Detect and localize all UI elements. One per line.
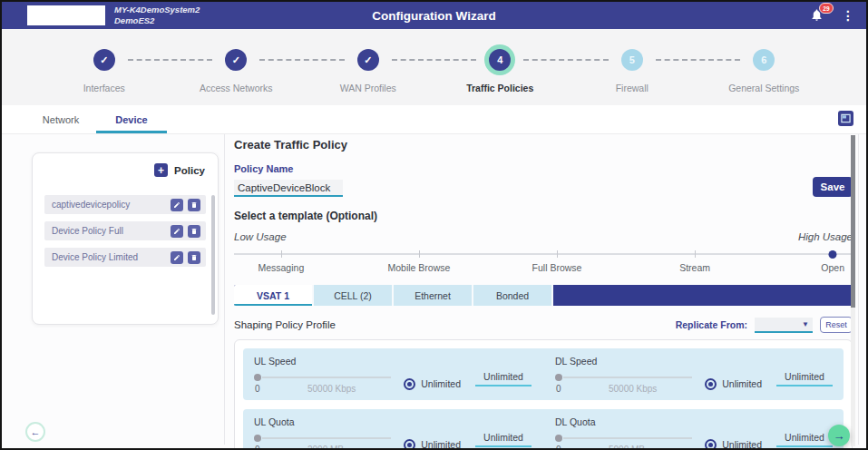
ul-quota-value-field[interactable]: Unlimited	[475, 432, 532, 447]
replicate-group: Replicate From: ▼ Reset	[676, 317, 853, 333]
delete-policy-button[interactable]	[188, 225, 200, 238]
check-icon: ✓	[100, 54, 108, 66]
notifications-button[interactable]: 29	[810, 8, 824, 23]
ul-speed-unlimited-radio[interactable]	[404, 378, 415, 390]
step-access-networks[interactable]: ✓ Access Networks	[171, 29, 303, 105]
save-button[interactable]: Save	[813, 177, 853, 197]
tab-network[interactable]: Network	[25, 105, 96, 133]
ul-speed-slider-knob[interactable]	[254, 374, 261, 381]
template-slider-track[interactable]	[234, 253, 853, 255]
dl-speed-unlimited-radio[interactable]	[705, 378, 717, 390]
step-label: WAN Profiles	[340, 83, 396, 93]
main-scrollbar-thumb[interactable]	[851, 135, 855, 308]
trash-icon	[190, 201, 198, 209]
dl-quota-section: DL Quota 0 5000 MB Unlimited Unlimited	[555, 416, 833, 450]
pencil-icon	[173, 228, 180, 235]
template-slider-handle[interactable]	[829, 250, 837, 259]
step-firewall[interactable]: 5 Firewall	[566, 29, 698, 105]
step-done-circle: ✓	[225, 49, 247, 71]
dl-speed-slider-track	[563, 377, 692, 378]
step-traffic-policies[interactable]: 4 Traffic Policies	[434, 29, 567, 105]
policy-row-device-policy-limited[interactable]: Device Policy Limited	[44, 248, 206, 267]
ul-quota-label: UL Quota	[254, 416, 532, 427]
delete-policy-button[interactable]	[188, 251, 200, 264]
template-option-open[interactable]: Open	[821, 262, 844, 273]
ul-speed-slider-track	[262, 377, 391, 378]
ul-quota-section: UL Quota 0 2000 MB Unlimited Unlimited	[254, 416, 532, 450]
step-interfaces[interactable]: ✓ Interfaces	[38, 29, 171, 105]
trash-icon	[190, 254, 198, 261]
dl-speed-max: 50000 Kbps	[609, 384, 657, 394]
edit-policy-button[interactable]	[171, 251, 183, 264]
pencil-icon	[173, 254, 180, 261]
policy-row-device-policy-full[interactable]: Device Policy Full	[44, 221, 206, 240]
check-icon: ✓	[232, 54, 240, 66]
dl-speed-section: DL Speed 0 50000 Kbps Unlimited Unlimite…	[555, 356, 833, 395]
policy-list-scrollbar[interactable]	[211, 195, 215, 315]
tab-vsat-1[interactable]: VSAT 1	[234, 285, 314, 306]
step-label: Access Networks	[200, 83, 273, 93]
ul-speed-value-field[interactable]: Unlimited	[475, 371, 532, 386]
dl-speed-slider-knob[interactable]	[555, 374, 562, 381]
ul-quota-slider[interactable]: 0 2000 MB	[254, 434, 395, 450]
quota-card: UL Quota 0 2000 MB Unlimited Unlimited	[243, 409, 844, 450]
template-slider[interactable]: Messaging Mobile Browse Full Browse Stre…	[234, 248, 853, 275]
dl-quota-slider-knob[interactable]	[555, 435, 562, 442]
dl-speed-value-field[interactable]: Unlimited	[776, 371, 833, 386]
template-option-mobile-browse[interactable]: Mobile Browse	[387, 262, 450, 273]
tab-device[interactable]: Device	[96, 105, 167, 133]
policy-name-label: Policy Name	[234, 163, 343, 174]
policy-name: Device Policy Limited	[52, 252, 166, 262]
back-button[interactable]: ←	[25, 422, 45, 442]
dl-quota-unlimited-radio[interactable]	[705, 439, 717, 450]
reset-button[interactable]: Reset	[820, 317, 853, 333]
slider-tick	[419, 250, 420, 258]
tab-bonded[interactable]: Bonded	[473, 285, 553, 306]
step-general-settings[interactable]: 6 General Settings	[698, 29, 831, 105]
dl-speed-label: DL Speed	[555, 356, 833, 367]
step-active-circle: 4	[489, 49, 511, 71]
chevron-down-icon: ▼	[802, 320, 809, 328]
policy-row-captivedevicepolicy[interactable]: captivedevicepolicy	[44, 195, 206, 214]
step-wan-profiles[interactable]: ✓ WAN Profiles	[302, 29, 434, 105]
ul-quota-slider-knob[interactable]	[254, 435, 261, 442]
edit-policy-button[interactable]	[171, 225, 183, 238]
ul-speed-label: UL Speed	[254, 356, 532, 367]
dl-speed-radio-label: Unlimited	[722, 378, 762, 389]
shaping-heading: Shaping Policy Profile	[234, 319, 336, 330]
main-scrollbar[interactable]	[851, 135, 855, 446]
step-todo-circle: 6	[753, 49, 775, 71]
template-option-messaging[interactable]: Messaging	[258, 262, 304, 273]
next-button[interactable]: →	[828, 425, 850, 446]
policy-name-input[interactable]	[234, 180, 343, 197]
step-label: Firewall	[616, 83, 649, 93]
replicate-from-select[interactable]: ▼	[755, 318, 813, 333]
step-todo-circle: 5	[621, 49, 643, 71]
low-usage-label: Low Usage	[234, 231, 287, 242]
step-label: Traffic Policies	[466, 83, 533, 93]
dl-quota-max: 5000 MB	[609, 445, 645, 450]
dl-speed-min: 0	[556, 384, 561, 394]
popout-window-button[interactable]	[838, 111, 853, 126]
kebab-menu-button[interactable]: ⋮	[839, 8, 857, 23]
dl-speed-slider[interactable]: 0 50000 Kbps	[555, 373, 696, 395]
next-arrow-icon: →	[834, 429, 845, 443]
dl-quota-value-field[interactable]: Unlimited	[776, 432, 833, 447]
step-done-circle: ✓	[93, 49, 115, 71]
ul-speed-radio-label: Unlimited	[421, 378, 461, 389]
template-option-stream[interactable]: Stream	[679, 262, 710, 273]
template-option-full-browse[interactable]: Full Browse	[532, 262, 582, 273]
tab-label: Network	[43, 114, 79, 125]
delete-policy-button[interactable]	[188, 199, 200, 211]
policy-name-row: Policy Name Save	[234, 163, 853, 197]
edit-policy-button[interactable]	[171, 199, 183, 211]
page-title: Configuration Wizard	[2, 9, 866, 23]
policy-list: captivedevicepolicy Device Policy Full D…	[44, 195, 206, 267]
dl-quota-slider[interactable]: 0 5000 MB	[555, 434, 696, 450]
tab-cell[interactable]: CELL (2)	[314, 285, 394, 306]
ul-quota-unlimited-radio[interactable]	[404, 439, 415, 450]
ul-speed-slider[interactable]: 0 50000 Kbps	[254, 373, 395, 395]
dl-quota-slider-track	[563, 437, 692, 439]
add-policy-button[interactable]: + Policy	[154, 163, 205, 177]
tab-ethernet[interactable]: Ethernet	[394, 285, 473, 306]
